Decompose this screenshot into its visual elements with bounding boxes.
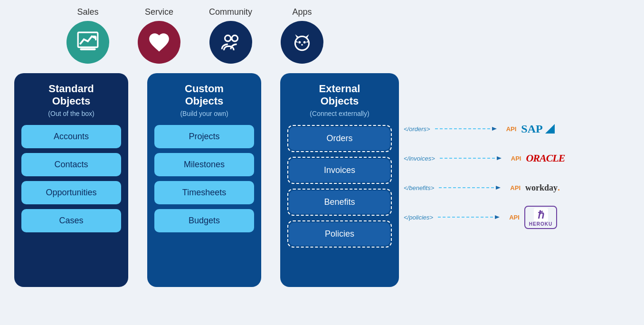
svg-point-5 [232, 35, 238, 41]
main-content: StandardObjects (Out of the box) Account… [9, 73, 635, 287]
icon-group-apps: Apps [281, 7, 323, 64]
list-item: Contacts [21, 153, 121, 176]
orders-dashed-line [435, 124, 502, 134]
policies-connection: </policies> API ℏ HEROKU [404, 202, 565, 232]
apps-icon-circle [281, 21, 323, 64]
external-objects-title: ExternalObjects [319, 83, 360, 108]
sales-icon-circle [66, 21, 109, 64]
service-icon-circle [138, 21, 180, 64]
sales-label: Sales [77, 7, 98, 17]
invoices-dashed-line [440, 153, 506, 163]
sap-logo: SAP [521, 123, 542, 135]
orders-api-label: API [506, 125, 517, 133]
heroku-icon: ℏ [534, 208, 548, 221]
apps-label: Apps [293, 7, 312, 17]
svg-text:ℏ: ℏ [538, 209, 544, 221]
list-item: Invoices [289, 159, 390, 182]
benefits-dashed-line [439, 183, 505, 192]
svg-marker-19 [496, 186, 501, 190]
top-icons-row: Sales Service Community [9, 5, 635, 64]
benefits-api-label: API [510, 184, 521, 191]
icon-group-sales: Sales [66, 7, 109, 64]
custom-objects-panel: CustomObjects (Build your own) Projects … [147, 73, 261, 287]
icon-group-service: Service [138, 7, 180, 64]
external-section: ExternalObjects (Connect externally) Ord… [280, 73, 565, 287]
community-icon [219, 30, 243, 54]
sap-triangle-icon [545, 124, 555, 134]
list-item: Timesheets [154, 181, 254, 204]
list-item: Benefits [289, 191, 390, 214]
list-item: Opportunities [21, 181, 121, 204]
svg-marker-21 [495, 215, 500, 219]
sales-icon [76, 30, 100, 54]
policies-api-label: API [509, 214, 520, 221]
service-icon [147, 30, 171, 54]
svg-point-4 [225, 35, 231, 41]
invoices-code-label: </invoices> [404, 155, 435, 162]
apps-icon [290, 30, 314, 54]
svg-rect-0 [78, 32, 98, 47]
icon-group-community: Community [209, 7, 252, 64]
custom-objects-subtitle: (Build your own) [180, 110, 228, 117]
service-label: Service [145, 7, 173, 17]
external-objects-panel: ExternalObjects (Connect externally) Ord… [280, 73, 399, 287]
oracle-logo: ORACLE [526, 152, 565, 164]
policies-dashed-line [438, 212, 504, 222]
list-item: Policies [289, 222, 390, 246]
standard-objects-subtitle: (Out of the box) [48, 110, 94, 117]
list-item: Milestones [154, 153, 254, 176]
benefits-connection: </benefits> API workday . [404, 173, 565, 202]
community-label: Community [209, 7, 252, 17]
list-item: Budgets [154, 209, 254, 232]
list-item: Cases [21, 209, 121, 232]
svg-marker-14 [492, 127, 497, 131]
list-item: Projects [154, 125, 254, 148]
policies-code-label: </policies> [404, 214, 433, 221]
svg-point-10 [301, 44, 303, 46]
list-item: Orders [289, 127, 390, 150]
benefits-code-label: </benefits> [404, 184, 434, 191]
svg-point-9 [303, 41, 306, 44]
svg-rect-3 [80, 48, 95, 50]
orders-connection: </orders> API SAP [404, 114, 565, 143]
svg-point-8 [298, 41, 301, 44]
standard-objects-panel: StandardObjects (Out of the box) Account… [14, 73, 128, 287]
workday-logo: workday . [525, 183, 560, 193]
svg-marker-17 [497, 156, 502, 160]
community-icon-circle [209, 21, 252, 64]
standard-objects-title: StandardObjects [48, 83, 94, 108]
svg-point-7 [295, 37, 309, 50]
heroku-text: HEROKU [529, 221, 552, 227]
right-connections: </orders> API SAP </invoices> [399, 73, 565, 232]
list-item: Accounts [21, 125, 121, 148]
invoices-api-label: API [511, 155, 521, 162]
main-container: Sales Service Community [0, 0, 644, 325]
custom-objects-title: CustomObjects [185, 83, 224, 108]
svg-marker-15 [545, 124, 555, 134]
invoices-connection: </invoices> API ORACLE [404, 143, 565, 173]
heroku-logo: ℏ HEROKU [524, 206, 557, 229]
orders-code-label: </orders> [404, 125, 430, 133]
external-objects-subtitle: (Connect externally) [310, 110, 369, 117]
